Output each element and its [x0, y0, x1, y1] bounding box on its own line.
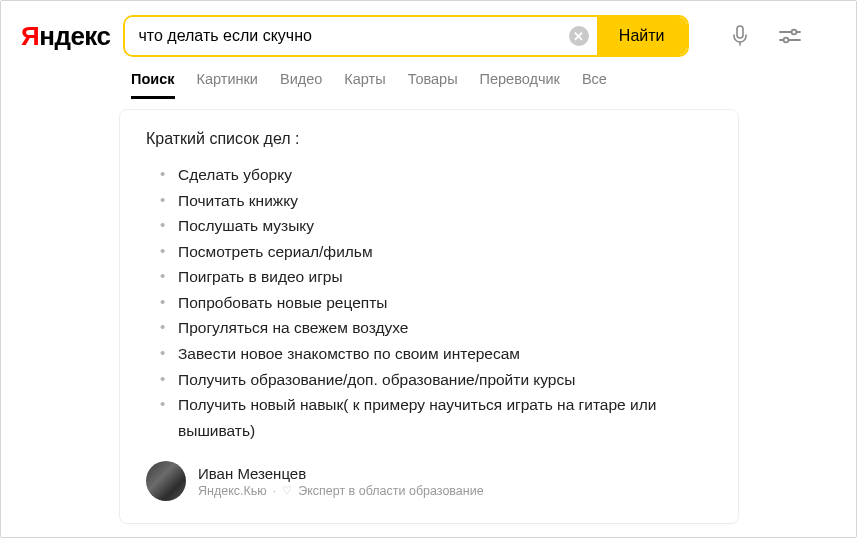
yandex-logo[interactable]: Яндекс	[21, 21, 111, 52]
author-info: Иван Мезенцев Яндекс.Кью · ♡ Эксперт в о…	[198, 465, 484, 498]
mic-icon[interactable]	[731, 25, 749, 47]
tab-all[interactable]: Все	[582, 71, 607, 99]
list-item: Послушать музыку	[160, 213, 712, 239]
tab-goods[interactable]: Товары	[408, 71, 458, 99]
shield-icon: ♡	[282, 484, 292, 497]
svg-rect-0	[737, 26, 743, 38]
list-item: Поиграть в видео игры	[160, 264, 712, 290]
author-name: Иван Мезенцев	[198, 465, 484, 482]
close-icon: ✕	[569, 26, 589, 46]
list-item: Прогуляться на свежем воздухе	[160, 315, 712, 341]
author-source: Яндекс.Кью	[198, 484, 267, 498]
answer-author[interactable]: Иван Мезенцев Яндекс.Кью · ♡ Эксперт в о…	[146, 461, 712, 501]
search-tabs: Поиск Картинки Видео Карты Товары Перево…	[1, 57, 856, 99]
list-item: Попробовать новые рецепты	[160, 290, 712, 316]
svg-point-2	[791, 30, 796, 35]
list-item: Сделать уборку	[160, 162, 712, 188]
results-area: Краткий список дел : Сделать уборку Почи…	[1, 99, 856, 524]
tab-translator[interactable]: Переводчик	[480, 71, 560, 99]
list-item: Получить новый навык( к примеру научитьс…	[160, 392, 712, 443]
svg-point-4	[783, 38, 788, 43]
answer-title: Краткий список дел :	[146, 130, 712, 148]
clear-search-button[interactable]: ✕	[561, 17, 597, 55]
tab-maps[interactable]: Карты	[344, 71, 385, 99]
logo-prefix: Я	[21, 21, 39, 51]
list-item: Посмотреть сериал/фильм	[160, 239, 712, 265]
header: Яндекс ✕ Найти	[1, 1, 856, 57]
tab-video[interactable]: Видео	[280, 71, 322, 99]
avatar	[146, 461, 186, 501]
answer-list: Сделать уборку Почитать книжку Послушать…	[160, 162, 712, 443]
author-meta: Яндекс.Кью · ♡ Эксперт в области образов…	[198, 484, 484, 498]
list-item: Получить образование/доп. образование/пр…	[160, 367, 712, 393]
search-input[interactable]	[125, 17, 561, 55]
answer-card: Краткий список дел : Сделать уборку Почи…	[119, 109, 739, 524]
search-button[interactable]: Найти	[597, 17, 687, 55]
list-item: Завести новое знакомство по своим интере…	[160, 341, 712, 367]
header-tools	[731, 25, 801, 47]
tab-search[interactable]: Поиск	[131, 71, 175, 99]
tab-images[interactable]: Картинки	[197, 71, 258, 99]
search-bar: ✕ Найти	[123, 15, 689, 57]
dot-separator: ·	[273, 484, 276, 498]
logo-rest: ндекс	[39, 21, 110, 51]
author-badge: Эксперт в области образование	[298, 484, 484, 498]
settings-sliders-icon[interactable]	[779, 27, 801, 45]
list-item: Почитать книжку	[160, 188, 712, 214]
